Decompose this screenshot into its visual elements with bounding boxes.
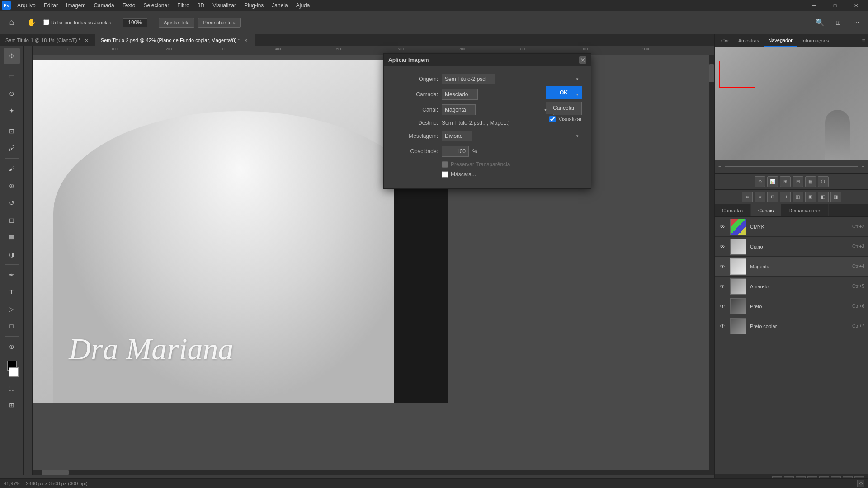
layer-magenta-visibility[interactable]: 👁 — [718, 263, 726, 271]
visualizar-checkbox[interactable] — [549, 116, 556, 122]
layer-amarelo-visibility[interactable]: 👁 — [718, 282, 726, 291]
layer-preto-copiar[interactable]: 👁 Preto copiar Ctrl+7 — [715, 316, 868, 336]
tab-informacoes[interactable]: Informações — [797, 34, 834, 47]
rp-btn-8[interactable]: ⊃ — [755, 192, 765, 202]
layer-ciano[interactable]: 👁 Ciano Ctrl+3 — [715, 237, 868, 257]
search-button[interactable]: 🔍 — [812, 14, 828, 31]
fit-screen-button[interactable]: Ajustar Tela — [159, 18, 194, 28]
layer-preto[interactable]: 👁 Preto Ctrl+6 — [715, 296, 868, 316]
menu-janela[interactable]: Janela — [268, 1, 291, 9]
marquee-tool[interactable]: ▭ — [4, 68, 20, 84]
rp-btn-4[interactable]: ⊟ — [793, 176, 803, 187]
close-button[interactable]: ✕ — [845, 0, 866, 11]
layer-preto-visibility[interactable]: 👁 — [718, 302, 726, 310]
camada-select[interactable]: Mesclado — [442, 89, 478, 100]
rp-btn-7[interactable]: ⊂ — [742, 192, 753, 202]
rp-btn-12[interactable]: ▣ — [805, 192, 816, 202]
eyedropper-tool[interactable]: 🖊 — [4, 140, 20, 156]
canvas-scrollbar-vertical[interactable] — [709, 55, 714, 475]
status-settings-icon[interactable]: ⚙ — [857, 480, 864, 487]
crop-tool[interactable]: ⊡ — [4, 123, 20, 139]
tab-2-close[interactable]: ✕ — [243, 37, 249, 43]
zoom-input[interactable] — [123, 18, 147, 27]
dialog-close-button[interactable]: ✕ — [579, 56, 586, 64]
shape-tool[interactable]: □ — [4, 318, 20, 334]
tab-sem-titulo-1[interactable]: Sem Titulo-1 @ 18,1% (Ciano/8) * ✕ — [0, 34, 95, 46]
menu-ajuda[interactable]: Ajuda — [292, 1, 314, 9]
fill-screen-button[interactable]: Preencher tela — [198, 18, 241, 28]
layer-ciano-visibility[interactable]: 👁 — [718, 243, 726, 251]
zoom-tool[interactable]: ⊕ — [4, 338, 20, 355]
mascara-checkbox[interactable] — [442, 171, 448, 178]
scroll-all-checkbox[interactable] — [43, 19, 49, 25]
rp-btn-3[interactable]: ⊞ — [780, 176, 791, 187]
menu-editar[interactable]: Editar — [40, 1, 61, 9]
rp-btn-5[interactable]: ▦ — [805, 176, 816, 187]
history-brush[interactable]: ↺ — [4, 195, 20, 211]
cancel-button[interactable]: Cancelar — [546, 102, 582, 114]
menu-selecionar[interactable]: Selecionar — [140, 1, 173, 9]
menu-texto[interactable]: Texto — [119, 1, 139, 9]
dodge-tool[interactable]: ◑ — [4, 246, 20, 263]
layer-cmyk-visibility[interactable]: 👁 — [718, 223, 726, 231]
tab-sem-titulo-2[interactable]: Sem Titulo-2.psd @ 42% (Plano de Fundo c… — [95, 34, 255, 46]
layers-tab-camadas[interactable]: Camadas — [715, 204, 751, 216]
background-color[interactable] — [9, 367, 19, 377]
canvas-scrollbar-horizontal[interactable] — [33, 470, 709, 475]
layers-tab-canais[interactable]: Canais — [751, 204, 781, 216]
move-tool[interactable]: ✣ — [4, 48, 20, 64]
canvas-content[interactable]: Dra Mariana — [33, 55, 714, 475]
layers-tab-demarcadores[interactable]: Demarcadores — [781, 204, 829, 216]
layer-preto-copiar-visibility[interactable]: 👁 — [718, 322, 726, 330]
opacidade-input[interactable] — [442, 146, 469, 157]
mesclagem-select[interactable]: Divisão — [442, 131, 472, 141]
tab-amostras[interactable]: Amostras — [734, 34, 764, 47]
menu-filtro[interactable]: Filtro — [174, 1, 193, 9]
layer-amarelo[interactable]: 👁 Amarelo Ctrl+5 — [715, 277, 868, 296]
rp-btn-2[interactable]: 📊 — [767, 176, 778, 187]
layer-magenta[interactable]: 👁 Magenta Ctrl+4 — [715, 257, 868, 277]
scrollbar-thumb-h[interactable] — [42, 470, 69, 475]
lasso-tool[interactable]: ⊙ — [4, 85, 20, 102]
rp-btn-6[interactable]: ⬡ — [818, 176, 829, 187]
screen-mode-tool[interactable]: ⊞ — [4, 397, 20, 413]
tab-cor[interactable]: Cor — [717, 34, 734, 47]
quick-mask-tool[interactable]: ⬚ — [4, 380, 20, 396]
menu-arquivo[interactable]: Arquivo — [14, 1, 39, 9]
hand-tool-button[interactable]: ✋ — [24, 14, 40, 31]
rp-btn-1[interactable]: ⊙ — [755, 176, 765, 187]
type-tool[interactable]: T — [4, 284, 20, 300]
menu-plugins[interactable]: Plug-ins — [241, 1, 267, 9]
rp-btn-13[interactable]: ◧ — [818, 192, 829, 202]
pen-tool[interactable]: ✒ — [4, 267, 20, 283]
canal-select[interactable]: Magenta — [442, 104, 476, 115]
menu-camada[interactable]: Camada — [90, 1, 118, 9]
nav-zoom-slider[interactable] — [725, 166, 858, 167]
magic-wand-tool[interactable]: ✦ — [4, 103, 20, 119]
path-select-tool[interactable]: ▷ — [4, 301, 20, 317]
maximize-button[interactable]: □ — [825, 0, 845, 11]
tab-1-close[interactable]: ✕ — [83, 37, 90, 43]
menu-3d[interactable]: 3D — [194, 1, 208, 9]
brush-tool[interactable]: 🖌 — [4, 160, 20, 177]
scrollbar-thumb-v[interactable] — [709, 64, 714, 82]
menu-imagem[interactable]: Imagem — [62, 1, 89, 9]
options-button[interactable]: ⋯ — [848, 14, 864, 31]
origem-select[interactable]: Sem Titulo-2.psd — [442, 74, 495, 84]
tab-navegador[interactable]: Navegador — [764, 34, 797, 47]
eraser-tool[interactable]: ◻ — [4, 212, 20, 228]
clone-tool[interactable]: ⊕ — [4, 178, 20, 194]
panel-arrange-icon[interactable]: ≡ — [861, 38, 866, 43]
home-button[interactable]: ⌂ — [4, 14, 20, 31]
dialog-titlebar[interactable]: Aplicar Imagem ✕ — [384, 54, 591, 66]
nav-zoom-in-icon[interactable]: + — [862, 164, 864, 169]
arrange-button[interactable]: ⊞ — [830, 14, 846, 31]
gradient-tool[interactable]: ▦ — [4, 229, 20, 245]
rp-btn-9[interactable]: ⊓ — [767, 192, 778, 202]
rp-btn-11[interactable]: ◫ — [793, 192, 803, 202]
layer-cmyk[interactable]: 👁 CMYK Ctrl+2 — [715, 217, 868, 237]
rp-btn-10[interactable]: ⊔ — [780, 192, 791, 202]
rp-btn-14[interactable]: ◨ — [830, 192, 841, 202]
nav-zoom-out-icon[interactable]: − — [718, 164, 721, 169]
menu-visualizar[interactable]: Visualizar — [209, 1, 240, 9]
